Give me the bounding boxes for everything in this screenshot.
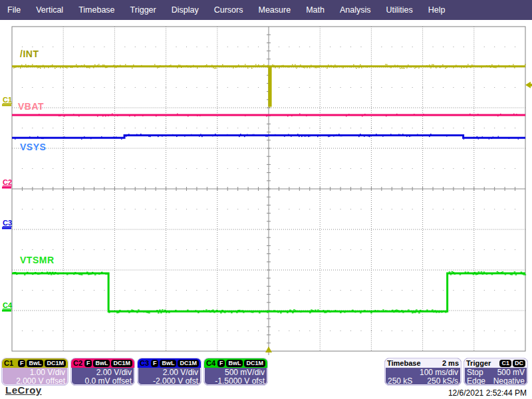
trace-noise	[509, 138, 510, 139]
zero-marker-dash-c3[interactable]	[2, 227, 11, 229]
trace-noise	[287, 313, 289, 313]
grid-dot	[22, 128, 23, 128]
trace-noise	[113, 65, 114, 66]
trace-label-vtsmr: VTSMR	[20, 255, 55, 265]
grid-dot	[473, 249, 474, 250]
grid-dot	[84, 47, 84, 47]
trigger-position-marker[interactable]	[265, 346, 272, 352]
trace-noise	[158, 136, 159, 137]
zero-marker-dash-c4[interactable]	[2, 310, 11, 312]
trace-noise	[21, 65, 23, 65]
grid-dot	[309, 128, 310, 128]
grid-dot	[43, 209, 43, 209]
grid-dot	[402, 168, 402, 169]
trace-noise	[252, 312, 254, 313]
grid-dot	[360, 290, 361, 291]
trace-noise	[281, 65, 283, 66]
trace-noise	[432, 309, 434, 310]
trigger-level-marker[interactable]	[525, 82, 531, 88]
trace-noise	[39, 273, 41, 274]
grid-dot	[166, 249, 166, 250]
grid-dot	[484, 209, 485, 209]
trace-noise	[209, 312, 211, 313]
grid-dot	[32, 47, 33, 47]
trace-noise	[354, 312, 356, 313]
trace-noise	[374, 310, 376, 311]
trace-noise	[156, 116, 157, 116]
trace-noise	[470, 67, 471, 68]
trace-noise	[275, 67, 276, 68]
grid-dot	[63, 209, 64, 209]
trace-noise	[293, 309, 295, 310]
trace-noise	[309, 67, 311, 68]
channel-box-c2[interactable]: C2 F BwL DC1M 2.00 V/div 0.0 mV offset	[70, 358, 135, 386]
grid-dot	[258, 87, 259, 88]
grid-dot	[114, 290, 115, 291]
channel-box-c4[interactable]: C4 F BwL DC1M 500 mV/div -1.5000 V ofst	[203, 358, 268, 386]
channel-box-c2-header: C2 F BwL DC1M	[71, 358, 134, 368]
trace-noise	[410, 66, 412, 67]
trace-noise	[401, 68, 402, 68]
trace-noise	[212, 310, 214, 311]
grid-dot	[186, 290, 187, 291]
trace-noise	[315, 67, 316, 68]
trace-noise	[252, 134, 253, 135]
channel-box-c1[interactable]: C1 F BwL DC1M 1.00 V/div 2.000 V offset	[1, 358, 68, 386]
trace-noise	[43, 138, 44, 139]
trace-noise	[158, 313, 160, 313]
trace-noise	[37, 67, 39, 68]
zero-marker-dash-c1[interactable]	[2, 104, 11, 106]
trace-noise	[132, 310, 134, 311]
trace-noise	[244, 136, 245, 137]
zero-marker-label-c3[interactable]: C3	[3, 219, 12, 227]
grid-dot	[299, 249, 300, 250]
trace-noise	[366, 66, 368, 67]
grid-dot	[371, 331, 372, 331]
grid-dot	[309, 168, 310, 169]
zero-marker-dash-c2[interactable]	[2, 186, 11, 188]
trace-noise	[446, 136, 448, 136]
timebase-box[interactable]: Timebase 2 ms 100 ms/div 250 kS 250 kS/s	[384, 358, 462, 386]
grid-dot	[289, 168, 289, 169]
trace-noise	[84, 65, 85, 65]
grid-dot	[433, 128, 434, 128]
grid-dot	[320, 290, 321, 291]
trace-noise	[214, 68, 215, 68]
grid-dot	[392, 128, 392, 128]
grid-dot	[196, 331, 197, 331]
grid-dot	[227, 168, 228, 169]
grid-dot	[145, 331, 146, 331]
trigger-box[interactable]: Trigger C1 DC Stop 500 mV Edge Negative	[464, 358, 528, 386]
grid-dot	[217, 128, 217, 128]
trace-noise	[112, 113, 113, 114]
zero-marker-label-c4[interactable]: C4	[3, 301, 13, 309]
trace-noise	[308, 136, 309, 137]
trace-noise	[150, 136, 151, 137]
grid-dot	[166, 128, 166, 128]
trace-noise	[426, 65, 428, 66]
grid-dot	[53, 209, 53, 209]
trace-noise	[414, 114, 415, 114]
grid-dot	[515, 290, 515, 291]
grid-dot	[43, 87, 43, 88]
trace-noise	[418, 68, 420, 68]
zero-marker-label-c1[interactable]: C1	[3, 96, 12, 104]
trace-noise	[429, 136, 430, 137]
grid-dot	[392, 47, 392, 47]
zero-marker-label-c2[interactable]: C2	[3, 178, 12, 186]
grid-dot	[505, 168, 505, 169]
trace-noise	[243, 312, 245, 313]
trace-noise	[283, 65, 284, 66]
channel-box-c3[interactable]: C3 F BwL DC1M 2.00 V/div -2.000 V ofst	[137, 358, 201, 386]
trace-noise	[35, 272, 37, 273]
trace-noise	[445, 312, 447, 313]
grid-dot	[43, 290, 43, 291]
waveform-display: C1C2C3C4	[0, 0, 532, 399]
grid-dot	[412, 87, 413, 88]
trace-noise	[24, 275, 26, 275]
grid-dot	[453, 168, 454, 169]
trace-noise	[224, 312, 226, 313]
grid-dot	[464, 128, 464, 128]
grid-dot	[515, 249, 515, 250]
grid-dot	[371, 47, 372, 47]
